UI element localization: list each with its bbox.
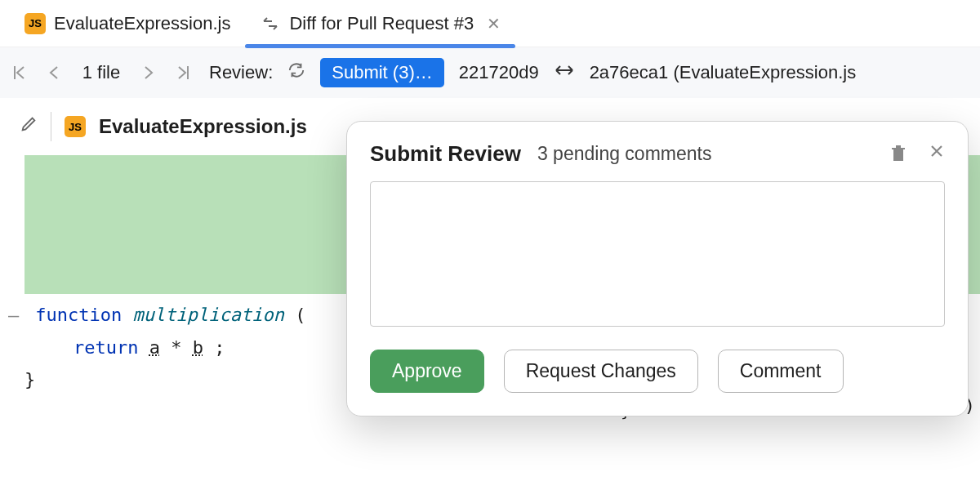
function-name: multiplication — [132, 305, 283, 325]
keyword-function: function — [35, 305, 122, 325]
hash-left: 221720d9 — [459, 62, 539, 83]
popup-buttons: Approve Request Changes Comment — [370, 350, 945, 393]
tab-diff[interactable]: Diff for Pull Request #3 ✕ — [245, 0, 515, 47]
popup-subtitle: 3 pending comments — [537, 143, 873, 165]
file-count: 1 file — [77, 62, 126, 83]
js-icon: JS — [24, 13, 46, 34]
comment-button[interactable]: Comment — [718, 350, 844, 393]
removed-marker: — — [8, 299, 24, 332]
file-nav: 1 file — [8, 62, 194, 83]
approve-button[interactable]: Approve — [370, 350, 484, 393]
edit-icon[interactable] — [20, 115, 38, 138]
tab-bar: JS EvaluateExpression.js Diff for Pull R… — [0, 0, 980, 47]
keyword-return: return — [74, 337, 138, 358]
popup-header: Submit Review 3 pending comments — [370, 141, 945, 167]
popup-title: Submit Review — [370, 141, 521, 167]
delete-icon[interactable] — [889, 143, 907, 166]
review-toolbar: 1 file Review: Submit (3)… 221720d9 2a76… — [0, 47, 980, 98]
prev-file-icon[interactable] — [42, 65, 65, 81]
filename: EvaluateExpression.js — [99, 115, 307, 138]
tab-label: Diff for Pull Request #3 — [289, 13, 474, 34]
identifier-b: b — [193, 337, 203, 358]
swap-icon[interactable] — [554, 62, 575, 83]
star-op: * — [171, 337, 193, 358]
refresh-icon[interactable] — [287, 61, 305, 84]
review-comment-input[interactable] — [370, 181, 945, 327]
js-icon: JS — [65, 116, 86, 137]
hash-right: 2a76eca1 (EvaluateExpression.js — [590, 62, 857, 83]
semicolon: ; — [214, 337, 225, 358]
close-icon[interactable]: ✕ — [487, 14, 501, 33]
last-file-icon[interactable] — [172, 65, 194, 81]
tab-label: EvaluateExpression.js — [54, 13, 230, 34]
first-file-icon[interactable] — [8, 65, 31, 81]
divider — [51, 112, 51, 141]
review-label: Review: — [209, 62, 273, 83]
request-changes-button[interactable]: Request Changes — [504, 350, 698, 393]
submit-review-popup: Submit Review 3 pending comments Approve… — [346, 121, 969, 416]
next-file-icon[interactable] — [137, 65, 160, 81]
open-paren: ( — [295, 305, 305, 325]
submit-review-button[interactable]: Submit (3)… — [320, 58, 443, 87]
tab-file[interactable]: JS EvaluateExpression.js — [10, 0, 245, 47]
identifier-a: a — [149, 337, 160, 358]
close-brace: } — [24, 369, 35, 390]
diff-arrows-icon — [260, 13, 281, 34]
close-icon[interactable] — [929, 143, 945, 166]
